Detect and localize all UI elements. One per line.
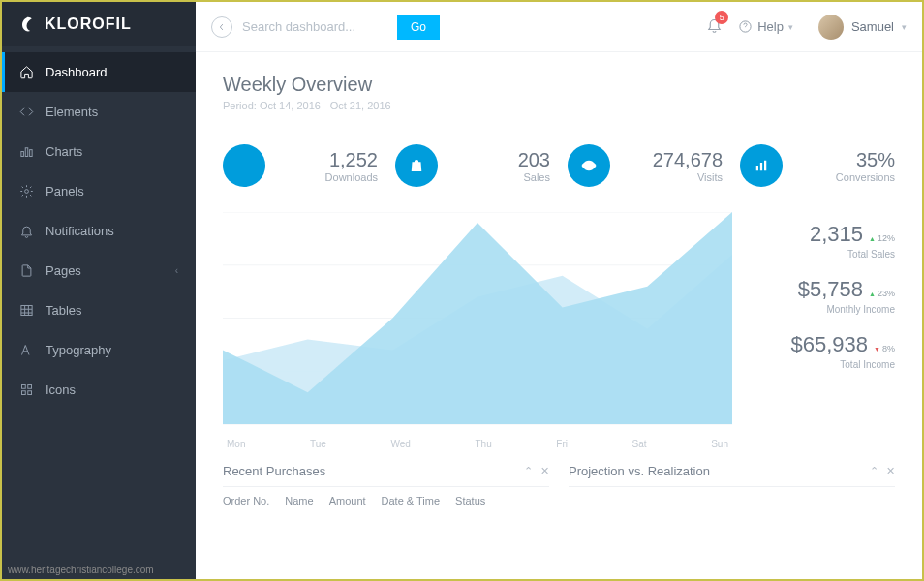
stat-conversions: 35%Conversions — [740, 144, 895, 187]
panel-title: Recent Purchases — [223, 464, 516, 478]
stat-value: 274,678 — [624, 149, 723, 171]
bag-icon — [395, 144, 438, 187]
svg-point-10 — [587, 164, 592, 168]
panel-projection-realization: Projection vs. Realization ⌃ ✕ — [569, 464, 895, 506]
back-button[interactable] — [211, 16, 232, 38]
period-label: Period: Oct 14, 2016 - Oct 21, 2016 — [223, 100, 895, 111]
bar-chart-icon — [19, 144, 34, 159]
brand-logo: KLOROFIL — [2, 2, 196, 46]
stat-label: Sales — [451, 171, 550, 183]
sidebar-item-icons[interactable]: Icons — [2, 370, 196, 410]
side-stat-monthly-income: $5,75823% Monthly Income — [759, 277, 895, 315]
stat-label: Visits — [624, 171, 723, 183]
svg-rect-12 — [760, 163, 762, 170]
side-stat-label: Total Income — [759, 359, 895, 370]
stat-value: 35% — [796, 149, 895, 171]
column-header: Amount — [329, 495, 366, 506]
side-stat-delta: 8% — [874, 344, 895, 353]
sidebar-item-label: Tables — [46, 303, 178, 318]
side-stat-total-income: $65,9388% Total Income — [759, 332, 895, 370]
side-stat-value: 2,315 — [810, 222, 863, 247]
column-header: Status — [455, 495, 485, 506]
sidebar-item-label: Charts — [46, 144, 178, 159]
leaf-icon — [19, 15, 37, 33]
side-stat-total-sales: 2,31512% Total Sales — [759, 222, 895, 260]
help-label: Help — [757, 19, 784, 34]
side-stat-label: Monthly Income — [759, 304, 895, 315]
sidebar-item-charts[interactable]: Charts — [2, 132, 196, 171]
panel-recent-purchases: Recent Purchases ⌃ ✕ Order No. Name Amou… — [223, 464, 549, 506]
column-header: Order No. — [223, 495, 269, 506]
svg-point-3 — [25, 190, 29, 194]
sidebar-item-panels[interactable]: Panels — [2, 171, 196, 211]
panel-title: Projection vs. Realization — [569, 464, 862, 478]
svg-rect-2 — [30, 150, 33, 157]
sidebar-item-pages[interactable]: Pages ‹ — [2, 251, 196, 290]
code-icon — [19, 105, 34, 119]
svg-rect-13 — [764, 161, 766, 171]
svg-rect-4 — [21, 306, 32, 316]
sidebar-item-tables[interactable]: Tables — [2, 290, 196, 330]
chevron-left-icon: ‹ — [175, 265, 178, 276]
sidebar-item-typography[interactable]: Typography — [2, 330, 196, 370]
table-header: Order No. Name Amount Date & Time Status — [223, 495, 549, 506]
chart-icon — [740, 144, 783, 187]
avatar — [818, 15, 844, 40]
download-icon — [223, 144, 265, 187]
side-stat-label: Total Sales — [759, 249, 895, 260]
stat-label: Conversions — [796, 171, 895, 183]
grid-icon — [19, 382, 34, 397]
collapse-icon[interactable]: ⌃ — [524, 465, 533, 477]
svg-rect-6 — [28, 385, 32, 389]
typography-icon — [19, 343, 34, 357]
sidebar-item-label: Dashboard — [46, 65, 178, 79]
file-icon — [19, 263, 34, 278]
side-stat-value: $65,938 — [791, 332, 869, 357]
svg-rect-7 — [22, 391, 26, 395]
search-input[interactable] — [242, 19, 387, 34]
sidebar-item-notifications[interactable]: Notifications — [2, 211, 196, 251]
watermark: www.heritagechristiancollege.com — [8, 565, 154, 575]
close-icon[interactable]: ✕ — [540, 465, 549, 477]
side-stat-delta: 23% — [869, 289, 895, 298]
topbar: Go 5 Help ▾ Samuel ▾ — [196, 2, 922, 52]
stats-row: 1,252Downloads 203Sales 274,678Visits 35… — [223, 144, 895, 187]
sidebar-item-label: Typography — [46, 343, 178, 357]
overview-chart: MonTueWedThuFriSatSun — [223, 212, 732, 435]
home-icon — [19, 65, 34, 79]
eye-icon — [568, 144, 610, 187]
collapse-icon[interactable]: ⌃ — [870, 465, 878, 477]
user-name: Samuel — [851, 19, 894, 34]
notifications-button[interactable]: 5 — [706, 16, 723, 37]
notification-badge: 5 — [715, 11, 728, 24]
stat-value: 1,252 — [279, 149, 378, 171]
sidebar-item-elements[interactable]: Elements — [2, 92, 196, 132]
sidebar-nav: Dashboard Elements Charts Panels Notific… — [2, 46, 196, 410]
stat-visits: 274,678Visits — [568, 144, 723, 187]
main-content: Go 5 Help ▾ Samuel ▾ Weekly Overview Per… — [196, 2, 922, 579]
svg-rect-8 — [28, 391, 32, 395]
chevron-down-icon: ▾ — [902, 22, 907, 32]
sidebar-item-label: Icons — [46, 382, 178, 397]
column-header: Name — [285, 495, 313, 506]
go-button[interactable]: Go — [397, 15, 440, 40]
chevron-down-icon: ▾ — [788, 22, 793, 32]
svg-rect-1 — [25, 148, 28, 157]
side-stat-value: $5,758 — [798, 277, 863, 302]
svg-rect-11 — [756, 166, 758, 170]
sidebar-item-label: Pages — [46, 263, 164, 278]
user-menu[interactable]: Samuel ▾ — [818, 15, 907, 40]
close-icon[interactable]: ✕ — [886, 465, 895, 477]
brand-name: KLOROFIL — [45, 15, 132, 33]
sidebar-item-label: Panels — [46, 184, 178, 199]
column-header: Date & Time — [382, 495, 441, 506]
gear-icon — [19, 184, 34, 199]
help-icon — [738, 19, 753, 34]
table-icon — [19, 303, 34, 318]
sidebar-item-label: Elements — [46, 105, 178, 119]
page-title: Weekly Overview — [223, 74, 895, 96]
side-stat-delta: 12% — [869, 233, 895, 243]
sidebar-item-dashboard[interactable]: Dashboard — [2, 52, 196, 92]
help-menu[interactable]: Help ▾ — [738, 19, 793, 34]
sidebar: KLOROFIL Dashboard Elements Charts Panel… — [2, 2, 196, 579]
